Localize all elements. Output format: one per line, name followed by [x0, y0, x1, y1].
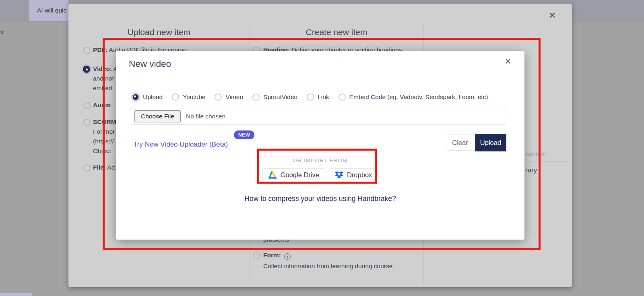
dropbox-button[interactable]: Dropbox	[329, 168, 378, 181]
vimeo-radio[interactable]	[215, 93, 222, 101]
source-option-upload[interactable]: Upload	[132, 93, 163, 101]
upload-radio-selected[interactable]	[132, 93, 139, 101]
video-source-options: Upload Youtube Vimeo SproutVideo Link Em…	[132, 93, 488, 101]
form-option-label[interactable]: Form:i	[263, 250, 291, 260]
google-drive-icon	[268, 171, 277, 179]
modal-close-icon[interactable]: ×	[505, 56, 511, 66]
video-option-label[interactable]: Video: A	[93, 64, 118, 74]
video-radio-selected[interactable]	[83, 66, 90, 73]
handbrake-help-link[interactable]: How to compress your videos using Handbr…	[116, 195, 524, 203]
upload-column-title: Upload new item	[68, 27, 250, 37]
file-input[interactable]: Choose File No file chosen	[131, 108, 506, 125]
beta-uploader-link[interactable]: Try New Video Uploader (Beta)	[133, 141, 228, 149]
form-option-desc: Collect information from learning during…	[263, 261, 392, 271]
import-divider-label: OR IMPORT FROM	[116, 157, 524, 164]
embed-code-radio[interactable]	[339, 93, 346, 101]
file-option-label[interactable]: File: Ad	[93, 163, 115, 172]
modal-title: New video	[129, 59, 171, 69]
source-option-vimeo[interactable]: Vimeo	[215, 93, 243, 101]
form-radio[interactable]	[253, 252, 260, 259]
clear-button[interactable]: Clear	[447, 135, 473, 151]
youtube-radio[interactable]	[172, 93, 179, 101]
pdf-radio[interactable]	[83, 47, 91, 54]
source-option-link[interactable]: Link	[307, 93, 329, 101]
left-edge-text-fragment: c	[1, 28, 4, 35]
video-option-line2: and nor	[93, 74, 114, 83]
scorm-option-label[interactable]: SCORM	[93, 117, 116, 127]
course-builder-screen: { "background": { "ai_text": "AI will qu…	[0, 0, 644, 296]
create-column-title: Create new item	[250, 27, 423, 37]
source-option-sproutvideo[interactable]: SproutVideo	[252, 93, 297, 101]
source-option-embed-code[interactable]: Embed Code (eg. Vadootv, Sendspark, Loom…	[339, 93, 488, 101]
scorm-option-line4: Object_	[93, 146, 114, 156]
dropbox-icon	[335, 171, 343, 179]
choose-file-button[interactable]: Choose File	[134, 110, 181, 122]
new-video-modal: New video × Upload Youtube Vimeo SproutV…	[116, 51, 524, 240]
new-badge: NEW	[234, 130, 254, 139]
file-status-text: No file chosen	[186, 113, 225, 120]
file-radio[interactable]	[83, 164, 91, 172]
ai-text: AI will quic	[37, 7, 66, 14]
picker-close-icon[interactable]: ×	[549, 10, 555, 21]
audio-radio[interactable]	[83, 102, 91, 109]
import-buttons-row: Google Drive Dropbox	[116, 168, 524, 181]
scorm-radio[interactable]	[83, 119, 91, 126]
link-radio[interactable]	[307, 93, 314, 101]
upload-button[interactable]: Upload	[475, 134, 506, 151]
scorm-option-line3: (https://	[93, 137, 114, 146]
audio-option-label[interactable]: Audio	[93, 100, 111, 110]
scorm-option-line2: For mor	[93, 127, 115, 137]
ai-text-fragment: AI will quic	[29, 0, 68, 21]
library-content-fragment: content	[526, 149, 546, 159]
bottom-left-fragment	[0, 293, 32, 296]
info-icon[interactable]: i	[284, 253, 291, 260]
source-option-youtube[interactable]: Youtube	[172, 93, 205, 101]
sproutvideo-radio[interactable]	[252, 93, 260, 101]
library-button-fragment[interactable]: rary	[525, 166, 537, 174]
google-drive-button[interactable]: Google Drive	[262, 168, 325, 181]
video-option-line3: embed	[93, 83, 112, 93]
